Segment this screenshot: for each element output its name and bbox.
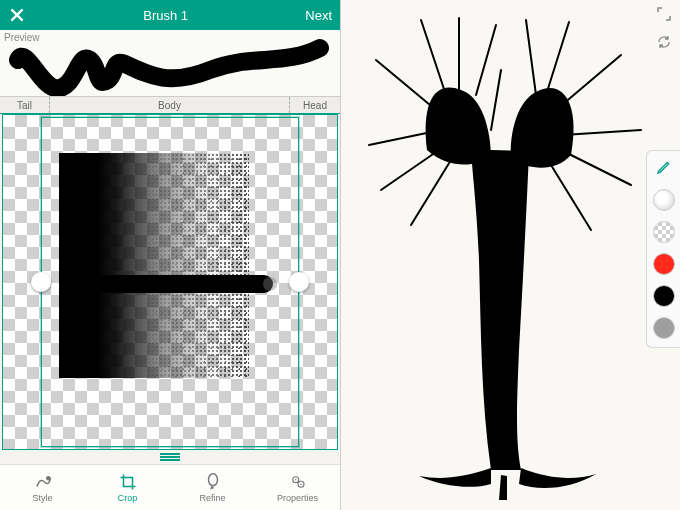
properties-icon (289, 473, 307, 491)
app-root: Brush 1 Next Preview Tail Body Head (0, 0, 680, 510)
svg-point-4 (295, 479, 297, 481)
svg-point-0 (46, 476, 51, 481)
bottom-toolbar: Style Crop Refine Properties (0, 464, 340, 510)
canvas-controls (656, 6, 672, 50)
swatch-black[interactable] (653, 285, 675, 307)
tool-refine[interactable]: Refine (170, 465, 255, 510)
editor-header: Brush 1 Next (0, 0, 340, 30)
tool-crop[interactable]: Crop (85, 465, 170, 510)
expand-icon (656, 6, 672, 22)
svg-line-15 (563, 130, 641, 135)
canvas-artwork[interactable] (341, 0, 680, 510)
editor-title: Brush 1 (26, 8, 305, 23)
svg-line-16 (561, 150, 631, 185)
tool-label: Properties (277, 493, 318, 503)
close-icon (8, 6, 26, 24)
drag-lines-icon (160, 456, 180, 458)
refine-icon (204, 473, 222, 491)
svg-line-6 (376, 60, 436, 110)
svg-point-5 (300, 483, 302, 485)
crop-handle-left[interactable] (31, 272, 51, 292)
preview-label: Preview (4, 32, 40, 43)
canvas-panel (340, 0, 680, 510)
refresh-button[interactable] (656, 34, 672, 50)
svg-line-14 (556, 55, 621, 110)
color-palette (646, 150, 680, 348)
swatch-radial-white[interactable] (653, 189, 675, 211)
close-button[interactable] (8, 6, 26, 24)
pencil-icon (656, 159, 672, 175)
segment-markers: Tail Body Head (0, 96, 340, 114)
svg-line-10 (476, 25, 496, 95)
tool-label: Style (32, 493, 52, 503)
crop-icon (119, 473, 137, 491)
svg-line-11 (491, 70, 501, 130)
brush-stroke-preview (0, 30, 340, 96)
svg-line-19 (551, 165, 591, 230)
brush-editor-panel: Brush 1 Next Preview Tail Body Head (0, 0, 340, 510)
panel-drag-handle[interactable] (0, 450, 340, 464)
svg-line-8 (421, 20, 446, 95)
svg-line-18 (411, 160, 451, 225)
svg-line-12 (526, 20, 536, 95)
next-button[interactable]: Next (305, 8, 332, 23)
tool-properties[interactable]: Properties (255, 465, 340, 510)
crop-handle-right[interactable] (289, 272, 309, 292)
brush-preview: Preview (0, 30, 340, 96)
svg-point-1 (208, 473, 217, 485)
swatch-gray[interactable] (653, 317, 675, 339)
segment-head[interactable]: Head (290, 97, 340, 113)
style-icon (34, 473, 52, 491)
crop-rectangle[interactable] (41, 117, 299, 447)
tool-label: Crop (118, 493, 138, 503)
refresh-icon (656, 34, 672, 50)
svg-line-13 (546, 22, 569, 95)
expand-button[interactable] (656, 6, 672, 22)
segment-tail[interactable]: Tail (0, 97, 50, 113)
swatch-red[interactable] (653, 253, 675, 275)
edit-palette-button[interactable] (656, 159, 672, 179)
tool-style[interactable]: Style (0, 465, 85, 510)
tool-label: Refine (199, 493, 225, 503)
svg-line-17 (381, 150, 439, 190)
segment-body[interactable]: Body (50, 97, 290, 113)
swatch-checker[interactable] (653, 221, 675, 243)
crop-area[interactable] (2, 114, 338, 450)
